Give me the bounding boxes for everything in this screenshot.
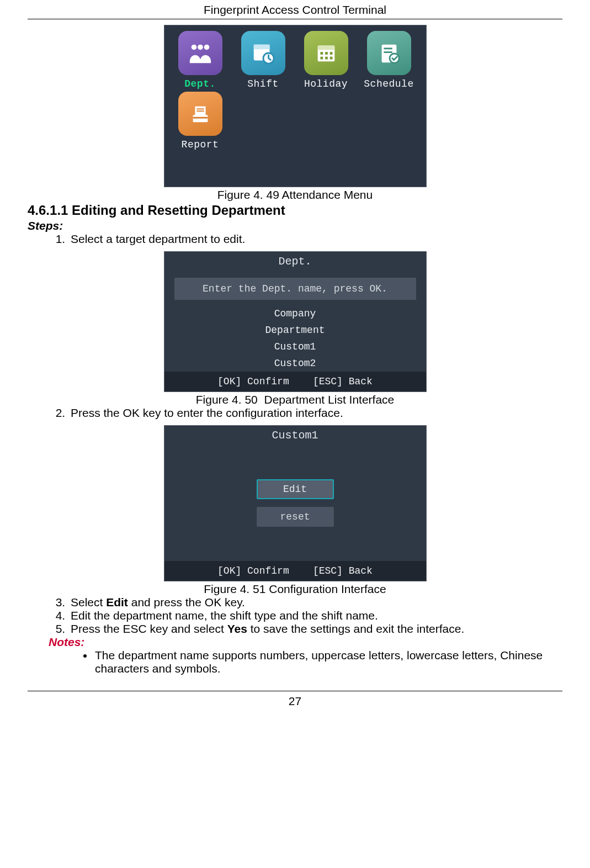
svg-rect-21 [196, 110, 204, 112]
footer-esc-hint: [ESC] Back [313, 565, 373, 576]
svg-rect-16 [384, 51, 392, 53]
config-screen-title: Custom1 [164, 426, 426, 445]
menu-label-shift: Shift [247, 78, 279, 89]
menu-label-report: Report [182, 139, 219, 150]
document-check-icon [367, 31, 411, 75]
svg-point-0 [191, 45, 196, 50]
notes-list: The department name supports numbers, up… [28, 649, 562, 675]
svg-rect-7 [317, 46, 334, 50]
figure-51-caption: Figure 4. 51 Configuration Interface [28, 583, 562, 596]
note-1: The department name supports numbers, up… [94, 649, 562, 675]
svg-rect-20 [196, 108, 204, 109]
svg-rect-22 [193, 117, 208, 119]
config-screen-footer: [OK] Confirm [ESC] Back [164, 561, 426, 581]
figure-51-title: Configuration Interface [269, 583, 386, 595]
footer-ok-hint: [OK] Confirm [217, 565, 289, 576]
step-3-pre: Select [71, 596, 106, 608]
step-5: Press the ESC key and select Yes to save… [68, 622, 562, 636]
svg-point-2 [204, 45, 209, 50]
step-5-bold: Yes [227, 622, 247, 635]
svg-rect-15 [384, 47, 392, 49]
section-heading: 4.6.1.1 Editing and Resetting Department [28, 203, 562, 218]
menu-label-schedule: Schedule [364, 78, 413, 89]
svg-rect-12 [325, 57, 328, 60]
attendance-menu-screen: Dept. Shift Holiday Schedu [164, 25, 427, 187]
menu-item-shift[interactable]: Shift [238, 31, 288, 89]
figure-51: Custom1 Edit reset [OK] Confirm [ESC] Ba… [28, 425, 562, 596]
menu-item-schedule[interactable]: Schedule [364, 31, 414, 89]
svg-rect-11 [320, 57, 323, 60]
dept-item-department[interactable]: Department [173, 322, 417, 338]
menu-label-dept: Dept. [184, 78, 216, 89]
menu-label-holiday: Holiday [304, 78, 348, 89]
attendance-menu-row-2: Report [176, 92, 415, 150]
figure-50-title: Department List Interface [264, 393, 394, 406]
svg-rect-13 [329, 57, 332, 60]
dept-screen-hint: Enter the Dept. name, press OK. [174, 278, 416, 300]
dept-list: Company Department Custom1 Custom2 [164, 305, 426, 372]
reset-button[interactable]: reset [257, 507, 334, 527]
dept-item-custom1[interactable]: Custom1 [173, 338, 417, 355]
menu-item-dept[interactable]: Dept. [176, 31, 225, 89]
figure-49: Dept. Shift Holiday Schedu [28, 25, 562, 202]
steps-list-cont2: Select Edit and press the OK key. Edit t… [28, 596, 562, 636]
footer-esc-hint: [ESC] Back [313, 376, 373, 387]
step-3-bold: Edit [106, 596, 128, 608]
section-number-text: 4.6.1.1 [28, 203, 68, 218]
page-number: 27 [28, 691, 562, 716]
figure-50-number: Figure 4. 50 [196, 393, 258, 406]
steps-list-cont1: Press the OK key to enter the configurat… [28, 406, 562, 420]
menu-item-report[interactable]: Report [176, 92, 225, 150]
footer-ok-hint: [OK] Confirm [217, 376, 289, 387]
menu-item-holiday[interactable]: Holiday [301, 31, 351, 89]
dept-list-screen: Dept. Enter the Dept. name, press OK. Co… [164, 251, 427, 392]
step-3: Select Edit and press the OK key. [68, 596, 562, 609]
dept-screen-footer: [OK] Confirm [ESC] Back [164, 372, 426, 391]
step-5-post: to save the settings and exit the interf… [247, 622, 464, 635]
steps-label: Steps: [28, 219, 562, 232]
page-header-title: Fingerprint Access Control Terminal [28, 0, 562, 19]
people-icon [178, 31, 222, 75]
dept-screen-title: Dept. [164, 252, 426, 271]
notes-label: Notes: [49, 636, 562, 649]
step-4: Edit the department name, the shift type… [68, 609, 562, 622]
step-2: Press the OK key to enter the configurat… [68, 406, 562, 420]
svg-rect-4 [253, 45, 269, 50]
svg-rect-8 [320, 52, 323, 55]
figure-50-caption: Figure 4. 50 Department List Interface [28, 393, 562, 406]
figure-49-caption: Figure 4. 49 Attendance Menu [28, 188, 562, 202]
step-3-post: and press the OK key. [128, 596, 245, 608]
config-interface-screen: Custom1 Edit reset [OK] Confirm [ESC] Ba… [164, 425, 427, 581]
dept-item-company[interactable]: Company [173, 305, 417, 322]
figure-51-number: Figure 4. 51 [204, 583, 265, 595]
file-tray-icon [178, 92, 222, 136]
edit-button[interactable]: Edit [257, 479, 334, 499]
figure-50: Dept. Enter the Dept. name, press OK. Co… [28, 251, 562, 406]
svg-rect-10 [329, 52, 332, 55]
section-heading-text: Editing and Resetting Department [72, 203, 285, 218]
svg-rect-9 [325, 52, 328, 55]
steps-list: Select a target department to edit. [28, 232, 562, 246]
dept-item-custom2[interactable]: Custom2 [173, 355, 417, 372]
step-5-pre: Press the ESC key and select [71, 622, 227, 635]
step-1: Select a target department to edit. [68, 232, 562, 246]
figure-49-number: Figure 4. 49 [217, 188, 279, 201]
attendance-menu-row-1: Dept. Shift Holiday Schedu [176, 31, 415, 89]
calendar-clock-icon [241, 31, 285, 75]
figure-49-title: Attendance Menu [282, 188, 373, 201]
calendar-icon [304, 31, 348, 75]
config-body: Edit reset [164, 445, 426, 561]
svg-point-1 [198, 45, 203, 50]
